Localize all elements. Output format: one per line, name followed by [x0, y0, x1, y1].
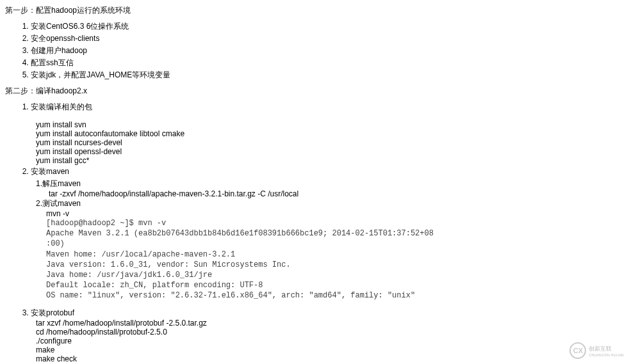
cmd-line: cd /home/hadoop/install/protobuf-2.5.0: [36, 328, 624, 336]
step1-item: 安装CentOS6.3 6位操作系统: [31, 21, 624, 32]
logo-mark-icon: CX: [569, 342, 586, 359]
logo-text: 创新互联: [589, 345, 624, 353]
maven-section: 1.解压maven tar -zxvf /home/hadoop/install…: [36, 178, 624, 301]
cmd-line: make check: [36, 354, 624, 363]
cmd-line: make: [36, 345, 624, 354]
maven-test-cmd: mvn -v: [46, 209, 624, 218]
step1-title: 第一步：配置hadoop运行的系统环境: [5, 5, 624, 16]
cmd-line: yum install gcc*: [36, 156, 624, 165]
step1-item: 配置ssh互信: [31, 58, 624, 68]
step2-item1: 安装编译相关的包 yum install svn yum install aut…: [31, 102, 624, 165]
step2-item1-label: 安装编译相关的包: [31, 102, 92, 111]
watermark-logo: CX 创新互联 CHUANGXIN HULIAN: [569, 342, 624, 359]
cmd-line: tar xzvf /home/hadoop/install/protobuf -…: [36, 319, 624, 328]
step2-item3-label: 安装protobuf: [31, 308, 74, 317]
protobuf-commands: tar xzvf /home/hadoop/install/protobuf -…: [36, 319, 624, 365]
cmd-line: yum install svn: [36, 120, 624, 129]
maven-unzip-cmd: tar -zxvf /home/hadoop/install/apache-ma…: [49, 189, 624, 198]
step1-list: 安装CentOS6.3 6位操作系统 安全openssh-clients 创建用…: [5, 21, 624, 81]
step1-item: 安全openssh-clients: [31, 33, 624, 44]
logo-subtext: CHUANGXIN HULIAN: [589, 353, 624, 357]
cmd-line: yum install ncurses-devel: [36, 138, 624, 147]
maven-test-label: 2.测试maven: [36, 198, 624, 209]
logo-text-wrap: 创新互联 CHUANGXIN HULIAN: [589, 345, 624, 357]
maven-output: [hadoop@hadoop2 ~]$ mvn -v Apache Maven …: [46, 218, 624, 301]
step1-item: 安装jdk，并配置JAVA_HOME等环境变量: [31, 70, 624, 81]
step2-list: 安装编译相关的包 yum install svn yum install aut…: [5, 102, 624, 364]
cmd-line: yum install openssl-devel: [36, 147, 624, 156]
cmd-line: ./configure: [36, 336, 624, 345]
step2-item2-label: 安装maven: [31, 167, 69, 176]
maven-unzip-label: 1.解压maven: [36, 178, 624, 189]
step2-title: 第二步：编译hadoop2.x: [5, 86, 624, 97]
step2-item2: 安装maven 1.解压maven tar -zxvf /home/hadoop…: [31, 166, 624, 301]
step2-item3: 安装protobuf tar xzvf /home/hadoop/install…: [31, 308, 624, 365]
cmd-line: yum install autoconfautomake libtool cma…: [36, 129, 624, 138]
yum-commands: yum install svn yum install autoconfauto…: [31, 120, 624, 165]
step1-item: 创建用户hadoop: [31, 45, 624, 56]
